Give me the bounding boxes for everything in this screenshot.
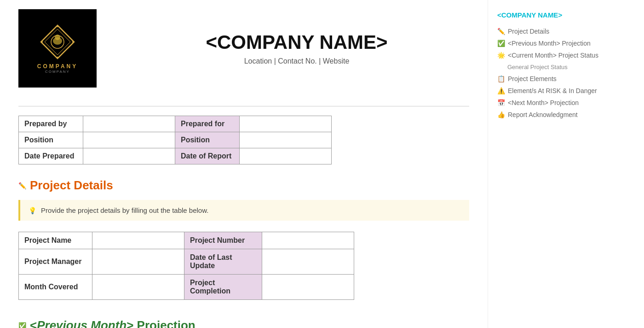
prev-month-title: ✅ <Previous Month> Projection [18, 318, 469, 328]
sidebar-item-acknowledgment[interactable]: 👍 Report Acknowledgment [497, 109, 635, 121]
sidebar-item-current-month[interactable]: 🌟 <Current Month> Project Status [497, 49, 635, 61]
sidebar-label-acknowledgment: Report Acknowledgment [508, 111, 578, 118]
header-table: Prepared by Prepared for Position Positi… [18, 116, 332, 164]
prepared-by-label: Prepared by [19, 116, 83, 132]
company-info: <COMPANY NAME> Location | Contact No. | … [124, 31, 469, 65]
pencil-icon: ✏️ [18, 182, 26, 189]
sidebar-item-project-elements[interactable]: 📋 Project Elements [497, 73, 635, 85]
date-last-update-value[interactable] [262, 249, 354, 275]
check-nav-icon: ✅ [497, 40, 505, 47]
calendar-nav-icon: 📅 [497, 99, 505, 106]
sidebar-label-risk: Element/s At RISK & In Danger [508, 87, 597, 94]
position-value[interactable] [83, 132, 175, 148]
prepared-by-value[interactable] [83, 116, 175, 132]
logo-text: COMPANY [37, 63, 78, 70]
project-name-value[interactable] [92, 232, 184, 249]
svg-point-7 [57, 57, 58, 59]
date-of-report-value[interactable] [240, 148, 332, 164]
logo-sub: COMPANY [45, 70, 70, 74]
position-label: Position [19, 132, 83, 148]
date-of-report-label: Date of Report [175, 148, 240, 164]
project-manager-value[interactable] [92, 249, 184, 275]
pencil-nav-icon: ✏️ [497, 28, 505, 35]
company-name: <COMPANY NAME> [206, 31, 387, 53]
sidebar-label-prev-month: <Previous Month> Projection [508, 40, 591, 47]
sidebar-nav: ✏️ Project Details ✅ <Previous Month> Pr… [497, 25, 635, 121]
header-section: COMPANY COMPANY <COMPANY NAME> Location … [18, 9, 469, 97]
project-manager-label: Project Manager [19, 249, 92, 275]
sidebar: <COMPANY NAME> ✏️ Project Details ✅ <Pre… [488, 0, 644, 328]
position-right-label: Position [175, 132, 240, 148]
sidebar-item-project-details[interactable]: ✏️ Project Details [497, 25, 635, 37]
warning-nav-icon: ⚠️ [497, 87, 505, 94]
checkmark-icon: ✅ [18, 322, 26, 328]
sidebar-label-project-elements: Project Elements [508, 75, 557, 82]
hint-box: 💡 Provide the project details by filling… [18, 200, 469, 221]
company-logo: COMPANY COMPANY [18, 9, 97, 88]
company-contact: Location | Contact No. | Website [244, 57, 350, 65]
sidebar-label-current-month: <Current Month> Project Status [508, 52, 598, 59]
sidebar-label-general-status: General Project Status [507, 64, 568, 70]
project-number-value[interactable] [262, 232, 354, 249]
svg-point-5 [57, 25, 58, 27]
main-content: COMPANY COMPANY <COMPANY NAME> Location … [0, 0, 488, 328]
sidebar-label-project-details: Project Details [508, 28, 549, 35]
position-right-value[interactable] [240, 132, 332, 148]
date-prepared-value[interactable] [83, 148, 175, 164]
project-completion-value[interactable] [262, 275, 354, 300]
project-name-label: Project Name [19, 232, 92, 249]
logo-diamond [39, 23, 76, 60]
sidebar-item-prev-month[interactable]: ✅ <Previous Month> Projection [497, 37, 635, 49]
sidebar-item-risk[interactable]: ⚠️ Element/s At RISK & In Danger [497, 85, 635, 97]
sidebar-label-next-month: <Next Month> Projection [508, 99, 579, 106]
header-divider [18, 106, 469, 106]
thumbsup-nav-icon: 👍 [497, 111, 505, 118]
month-covered-value[interactable] [92, 275, 184, 300]
svg-point-4 [55, 35, 60, 40]
sidebar-item-general-status[interactable]: General Project Status [497, 61, 635, 73]
svg-point-8 [41, 41, 43, 43]
sidebar-company-name: <COMPANY NAME> [497, 11, 635, 19]
prev-month-text: <Previous Month> Projection [30, 318, 196, 328]
lightbulb-icon: 💡 [29, 207, 36, 214]
project-completion-label: Project Completion [184, 275, 262, 300]
star-nav-icon: 🌟 [497, 52, 505, 59]
prepared-for-value[interactable] [240, 116, 332, 132]
date-last-update-label: Date of Last Update [184, 249, 262, 275]
project-table: Project Name Project Number Project Mana… [18, 232, 354, 300]
svg-point-6 [72, 41, 74, 43]
clipboard-nav-icon: 📋 [497, 75, 505, 82]
project-number-label: Project Number [184, 232, 262, 249]
month-covered-label: Month Covered [19, 275, 92, 300]
prepared-for-label: Prepared for [175, 116, 240, 132]
hint-text: Provide the project details by filling o… [41, 206, 208, 214]
sidebar-item-next-month[interactable]: 📅 <Next Month> Projection [497, 97, 635, 109]
project-details-title: ✏️ Project Details [18, 178, 469, 193]
date-prepared-label: Date Prepared [19, 148, 83, 164]
